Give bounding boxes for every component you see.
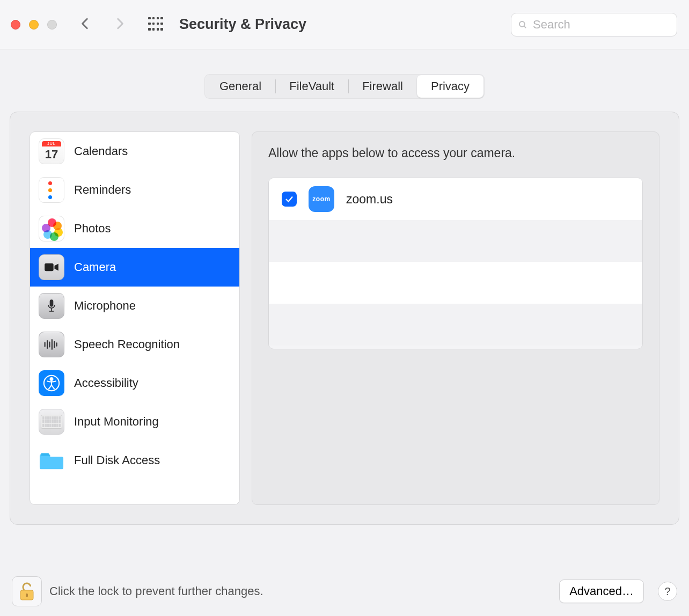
show-all-prefs-button[interactable]: [148, 17, 163, 32]
keyboard-icon: [39, 409, 64, 435]
sidebar-item-label: Input Monitoring: [74, 415, 159, 429]
sidebar-item-microphone[interactable]: Microphone: [30, 287, 239, 325]
sidebar-item-speech-recognition[interactable]: Speech Recognition: [30, 325, 239, 364]
sidebar-item-calendars[interactable]: JUL 17 Calendars: [30, 132, 239, 171]
search-input[interactable]: [533, 18, 670, 32]
privacy-category-list[interactable]: JUL 17 Calendars Reminders Photos: [30, 131, 240, 505]
sidebar-item-photos[interactable]: Photos: [30, 209, 239, 248]
titlebar: Security & Privacy: [0, 0, 689, 49]
check-icon: [284, 194, 294, 204]
search-field[interactable]: [511, 13, 677, 36]
speech-icon: [39, 332, 64, 357]
sidebar-item-label: Microphone: [74, 299, 136, 313]
tab-firewall[interactable]: Firewall: [348, 75, 417, 98]
svg-line-1: [524, 26, 526, 28]
sidebar-item-label: Calendars: [74, 144, 128, 158]
nav-arrows: [78, 17, 127, 32]
window-title: Security & Privacy: [179, 16, 306, 33]
sidebar-item-label: Reminders: [74, 183, 131, 197]
sidebar-item-label: Speech Recognition: [74, 338, 180, 351]
app-row-zoom[interactable]: zoom zoom.us: [269, 178, 642, 220]
sidebar-item-label: Camera: [74, 260, 116, 274]
app-row-empty: [269, 262, 642, 304]
detail-panel: Allow the apps below to access your came…: [252, 131, 659, 505]
zoom-window-button[interactable]: [47, 20, 57, 30]
sidebar-item-label: Photos: [74, 222, 111, 236]
app-row-empty: [269, 220, 642, 262]
tab-general[interactable]: General: [206, 75, 275, 98]
sidebar-item-accessibility[interactable]: Accessibility: [30, 364, 239, 402]
sidebar-item-label: Full Disk Access: [74, 453, 160, 467]
sidebar-item-input-monitoring[interactable]: Input Monitoring: [30, 402, 239, 441]
footer: Click the lock to prevent further change…: [0, 576, 689, 606]
advanced-button[interactable]: Advanced…: [559, 580, 644, 603]
tab-privacy[interactable]: Privacy: [417, 75, 483, 98]
minimize-window-button[interactable]: [29, 20, 39, 30]
calendar-icon: JUL 17: [39, 138, 64, 164]
accessibility-icon: [39, 370, 64, 396]
lock-button[interactable]: [12, 576, 42, 606]
back-button[interactable]: [78, 17, 92, 32]
sidebar-item-camera[interactable]: Camera: [30, 248, 239, 287]
sidebar-item-reminders[interactable]: Reminders: [30, 171, 239, 209]
lock-label: Click the lock to prevent further change…: [49, 584, 263, 598]
window-controls: [11, 20, 57, 30]
photos-icon: [39, 216, 64, 241]
main-panel: JUL 17 Calendars Reminders Photos: [10, 112, 679, 525]
grid-icon: [148, 17, 163, 32]
svg-point-0: [519, 21, 525, 26]
folder-icon: [39, 448, 64, 473]
zoom-app-icon: zoom: [309, 186, 334, 212]
svg-rect-3: [50, 299, 54, 306]
unlocked-lock-icon: [17, 581, 36, 602]
svg-point-13: [50, 378, 53, 380]
camera-icon: [39, 254, 64, 280]
svg-rect-2: [45, 263, 54, 272]
search-icon: [518, 19, 527, 30]
reminders-icon: [39, 177, 64, 203]
app-permission-list[interactable]: zoom zoom.us: [268, 178, 643, 349]
tab-bar: General FileVault Firewall Privacy: [0, 74, 689, 99]
microphone-icon: [39, 293, 64, 319]
sidebar-item-full-disk-access[interactable]: Full Disk Access: [30, 441, 239, 480]
app-row-empty: [269, 304, 642, 346]
forward-button[interactable]: [113, 17, 127, 32]
svg-rect-15: [26, 593, 28, 597]
app-name-label: zoom.us: [346, 192, 393, 207]
checkbox-zoom[interactable]: [282, 192, 297, 207]
sidebar-item-label: Accessibility: [74, 376, 138, 390]
help-button[interactable]: ?: [658, 582, 677, 601]
close-window-button[interactable]: [11, 20, 20, 30]
detail-heading: Allow the apps below to access your came…: [268, 146, 643, 160]
tab-filevault[interactable]: FileVault: [275, 75, 348, 98]
